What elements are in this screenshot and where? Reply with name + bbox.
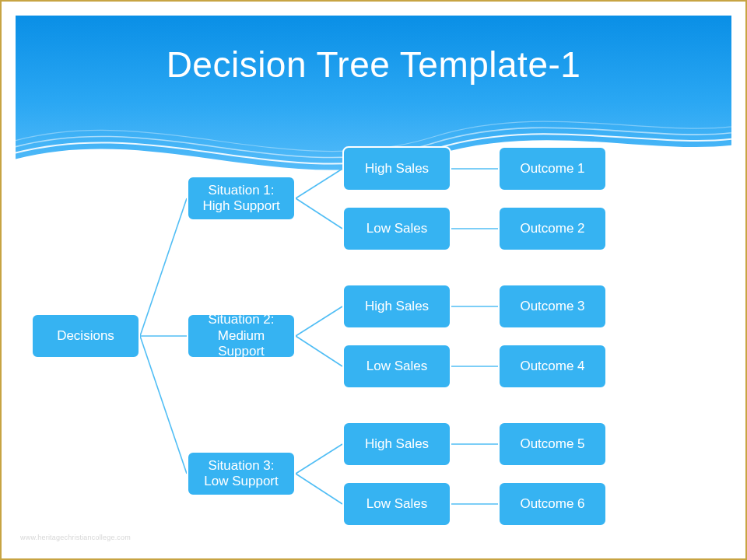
node-situation-2: Situation 2: Medium Support <box>187 313 296 359</box>
svg-line-3 <box>296 169 342 198</box>
node-sales-6: Low Sales <box>342 481 451 527</box>
svg-line-2 <box>140 336 187 474</box>
node-outcome-4: Outcome 4 <box>498 344 607 389</box>
slide-canvas: Decision Tree Template-1 Decisions <box>16 16 731 544</box>
node-sales-3: High Sales <box>342 284 451 329</box>
node-outcome-2: Outcome 2 <box>498 206 607 251</box>
svg-line-8 <box>296 474 342 504</box>
node-situation-3: Situation 3: Low Support <box>187 451 296 496</box>
node-sales-5: High Sales <box>342 422 451 467</box>
svg-line-4 <box>296 198 342 229</box>
svg-line-6 <box>296 336 342 366</box>
watermark: www.heritagechristiancollege.com <box>20 534 131 541</box>
node-sales-1: High Sales <box>342 146 451 191</box>
svg-line-7 <box>296 444 342 474</box>
svg-line-5 <box>296 306 342 336</box>
node-root: Decisions <box>31 313 140 359</box>
node-outcome-3: Outcome 3 <box>498 284 607 329</box>
node-outcome-1: Outcome 1 <box>498 146 607 191</box>
slide-frame: Decision Tree Template-1 Decisions <box>0 0 747 560</box>
node-outcome-5: Outcome 5 <box>498 422 607 467</box>
node-outcome-6: Outcome 6 <box>498 481 607 527</box>
node-situation-1: Situation 1: High Support <box>187 176 296 221</box>
svg-line-0 <box>140 198 187 336</box>
node-sales-4: Low Sales <box>342 344 451 389</box>
node-sales-2: Low Sales <box>342 206 451 251</box>
